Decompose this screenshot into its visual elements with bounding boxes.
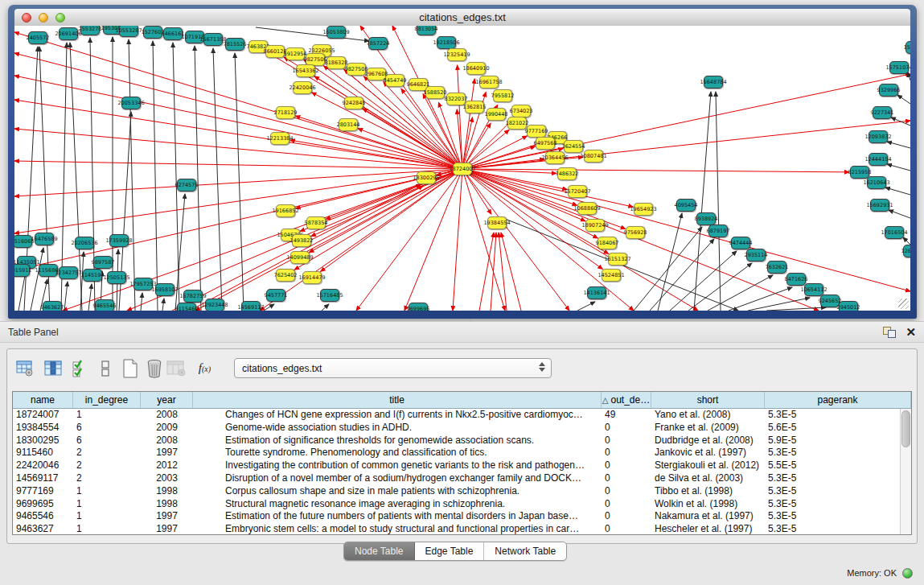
network-node[interactable]: 1493822	[292, 234, 311, 247]
network-node[interactable]: 9465546	[95, 299, 114, 311]
network-node[interactable]: 9329966	[879, 84, 898, 97]
function-builder-icon[interactable]: f(x)	[194, 357, 216, 379]
network-node[interactable]: 16782759	[183, 290, 203, 303]
network-node[interactable]: 17957253	[133, 278, 153, 290]
scrollbar-thumb[interactable]	[901, 410, 910, 447]
column-header-short[interactable]: short	[651, 392, 765, 408]
network-node[interactable]: 16476589	[35, 233, 54, 245]
network-node[interactable]: 2516065	[14, 235, 32, 248]
table-row[interactable]: 946362711997Embryonic stem cells: a mode…	[13, 523, 911, 535]
show-column-icon[interactable]	[42, 357, 64, 379]
tab-network-table[interactable]: Network Table	[484, 542, 566, 560]
network-node[interactable]: 1588520	[425, 86, 445, 99]
table-row[interactable]: 977716911998Corpus callosum shape and si…	[13, 485, 911, 498]
network-node[interactable]: 18724007	[453, 163, 472, 175]
network-node[interactable]: 9474444	[731, 237, 750, 249]
table-row[interactable]: 1872400712008Changes of HCN gene express…	[13, 409, 911, 422]
network-node[interactable]: 20691406	[59, 27, 78, 40]
network-node[interactable]: 7486322	[557, 167, 577, 180]
network-node[interactable]: 16648784	[704, 76, 723, 89]
network-node[interactable]: 10688609	[577, 202, 597, 215]
network-node[interactable]: 8813054	[417, 26, 436, 35]
network-node[interactable]: 8186328	[326, 56, 346, 69]
table-row[interactable]: 1938455462009Genome-wide association stu…	[13, 422, 911, 435]
column-header-pagerank[interactable]: pagerank	[765, 392, 911, 408]
network-node[interactable]: 9897587	[93, 256, 113, 269]
network-node[interactable]: 2803144	[339, 118, 358, 131]
network-node[interactable]: 1267534	[903, 245, 910, 257]
table-row[interactable]: 911546021997Tourette syndrome. Phenomeno…	[13, 447, 911, 459]
network-node[interactable]: 12213384	[270, 132, 290, 145]
network-node[interactable]: 7857224	[368, 37, 388, 50]
network-node[interactable]: 3624554	[564, 140, 583, 153]
network-node[interactable]: 6466161	[163, 27, 183, 40]
column-header-title[interactable]: title	[193, 392, 602, 408]
network-node[interactable]: 12444154	[869, 153, 888, 166]
close-panel-icon[interactable]: ✕	[906, 327, 916, 338]
table-row[interactable]: 1830029562008Estimation of significance …	[13, 435, 911, 447]
canvas-resize-grip[interactable]	[898, 299, 909, 309]
network-node[interactable]: 15720407	[568, 185, 587, 198]
network-node[interactable]: 1145194	[83, 269, 102, 282]
network-node[interactable]: 7815526	[225, 38, 244, 51]
network-node[interactable]: 19654923	[634, 203, 653, 216]
network-node[interactable]: 1990448	[487, 108, 506, 121]
network-node[interactable]: 8660128	[265, 45, 285, 58]
network-node[interactable]: 6497568	[536, 137, 555, 150]
network-node[interactable]: 20206536	[75, 237, 94, 249]
network-node[interactable]: 10654112	[804, 283, 823, 296]
network-node[interactable]: 2553278	[80, 26, 100, 35]
network-node[interactable]: 2945012	[839, 301, 858, 311]
network-node[interactable]: 6274575	[177, 179, 196, 192]
network-node[interactable]: 2405572	[28, 31, 47, 44]
network-node[interactable]: 2935114	[746, 249, 766, 262]
network-node[interactable]: 6879197	[708, 225, 728, 237]
network-node[interactable]: 12505135	[107, 271, 126, 284]
window-titlebar[interactable]: citations_edges.txt	[14, 9, 910, 27]
network-node[interactable]: 12342757	[59, 266, 78, 279]
network-node[interactable]: 8215958	[850, 166, 869, 179]
network-node[interactable]: 20364456	[545, 151, 565, 164]
network-node[interactable]: 16543362	[296, 64, 315, 77]
network-node[interactable]: 18300295	[417, 171, 436, 184]
network-node[interactable]: 19218506	[437, 36, 456, 49]
network-node[interactable]: 8454749	[385, 74, 405, 87]
network-node[interactable]: 16671358	[203, 33, 223, 46]
row-height-icon[interactable]	[94, 357, 116, 379]
network-node[interactable]: 1821022	[507, 117, 527, 130]
network-node[interactable]: 15692931	[870, 199, 889, 212]
network-node[interactable]: 9115460	[177, 303, 196, 311]
network-node[interactable]: 9827508	[347, 63, 366, 76]
network-node[interactable]: 15716485	[320, 289, 339, 302]
tab-node-table[interactable]: Node Table	[344, 542, 415, 560]
network-node[interactable]: 16151327	[608, 253, 627, 266]
network-node[interactable]: 1595183	[906, 41, 910, 54]
column-header-name[interactable]: name	[13, 392, 73, 408]
network-node[interactable]: 9699695	[409, 303, 428, 311]
network-node[interactable]: 19166852	[276, 204, 295, 217]
network-node[interactable]: 12325419	[447, 48, 466, 61]
network-node[interactable]: 1527602	[143, 26, 162, 39]
network-node[interactable]: 9463627	[43, 301, 62, 311]
network-node[interactable]: 14569117	[241, 301, 261, 311]
float-panel-icon[interactable]	[883, 327, 896, 338]
network-node[interactable]: 18907249	[585, 219, 605, 232]
vertical-scrollbar[interactable]	[900, 409, 911, 534]
network-node[interactable]: 9777169	[527, 125, 546, 138]
delete-table-icon[interactable]	[143, 357, 165, 379]
network-node[interactable]: 10807481	[584, 150, 603, 163]
network-node[interactable]: 17359928	[109, 234, 129, 247]
table-row[interactable]: 946554611997Estimation of the future num…	[13, 510, 911, 523]
network-node[interactable]: 2718129	[276, 106, 295, 119]
network-node[interactable]: 16053809	[326, 26, 346, 39]
network-node[interactable]: 14524851	[602, 269, 621, 282]
select-rows-icon[interactable]	[68, 357, 90, 379]
network-node[interactable]: 19384554	[487, 216, 507, 229]
network-node[interactable]: 8471626	[786, 273, 806, 286]
network-node[interactable]: 7632621	[767, 261, 786, 274]
table-settings-icon[interactable]	[14, 357, 35, 379]
network-node[interactable]: 9242845	[344, 97, 363, 109]
network-node[interactable]: 15751074	[889, 61, 909, 74]
network-node[interactable]: 14136141	[587, 286, 606, 299]
table-row[interactable]: 969969511998Structural magnetic resonanc…	[13, 498, 911, 511]
